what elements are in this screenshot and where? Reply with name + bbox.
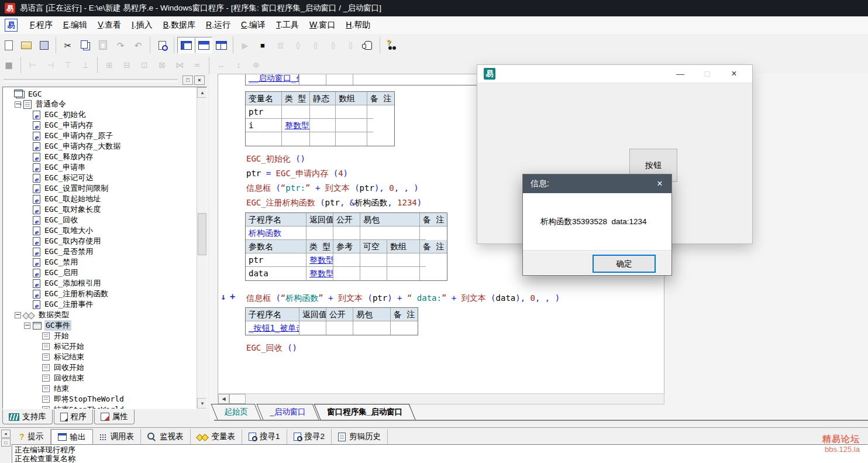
code-line[interactable]: 信息框 (“ptr:” + 到文本 (ptr), 0, , )	[246, 181, 422, 196]
dialog-close-button[interactable]: ×	[648, 179, 671, 189]
tree-item[interactable]: EGC_设置时间限制	[3, 183, 197, 194]
table-cell[interactable]	[333, 227, 360, 240]
tab-output[interactable]: 输出	[51, 429, 93, 444]
menu-item[interactable]: R.运行	[201, 18, 236, 33]
table-cell[interactable]	[420, 267, 426, 280]
table-cell[interactable]	[367, 119, 373, 132]
dock-drag-handle[interactable]	[4, 79, 178, 82]
tree-item[interactable]: EGC_注册事件	[3, 299, 197, 310]
table-cell[interactable]	[326, 321, 353, 335]
table-cell[interactable]: i	[246, 119, 282, 132]
editor-h-scrollbar[interactable]: ◀	[218, 393, 664, 404]
align-top-icon[interactable]: ⊤	[59, 57, 77, 73]
tree-item[interactable]: EGC_回收	[3, 215, 197, 225]
table-cell[interactable]: 整数型	[282, 119, 310, 132]
menu-item[interactable]: B.数据库	[158, 18, 201, 33]
menu-item[interactable]: W.窗口	[304, 18, 340, 33]
tree-item[interactable]: 结束	[3, 383, 197, 394]
table-cell[interactable]: 子程序名	[246, 308, 299, 321]
minimize-button[interactable]: —	[667, 65, 694, 83]
run-to-cursor-icon[interactable]: {}	[342, 37, 359, 53]
tree-item[interactable]: 回收结束	[3, 373, 197, 383]
table-cell[interactable]: 整数型	[306, 253, 333, 267]
compile-output[interactable]: 正在编译现行程序正在检查重复名称	[12, 444, 868, 463]
table-cell[interactable]: 公开	[333, 213, 360, 227]
run-icon[interactable]: ▶	[236, 37, 254, 53]
tree-item[interactable]: 普通命令	[3, 99, 197, 109]
table-cell[interactable]: 公开	[326, 308, 353, 321]
table-cell[interactable]	[360, 267, 387, 280]
table-cell[interactable]: 类 型	[306, 240, 333, 253]
tree-expander[interactable]	[24, 323, 30, 329]
open-file-icon[interactable]	[18, 37, 35, 53]
equal-h-spacing-icon[interactable]: ⋈	[171, 57, 188, 73]
table-cell[interactable]: 备 注	[420, 213, 447, 227]
table-cell[interactable]	[391, 321, 397, 335]
tree-item[interactable]: 开始	[3, 331, 197, 341]
tab-search1[interactable]: 搜寻1	[242, 429, 287, 444]
stop-icon[interactable]: ■	[254, 37, 271, 53]
tab-clip-history[interactable]: 剪辑历史	[332, 429, 388, 444]
save-icon[interactable]	[35, 37, 53, 53]
dialog-titlebar[interactable]: 信息: ×	[523, 174, 671, 193]
tree-item[interactable]: EGC_取内存使用	[3, 236, 197, 246]
table-cell[interactable]	[306, 227, 333, 240]
table-cell[interactable]	[310, 119, 336, 132]
menu-item[interactable]: I.插入	[126, 18, 158, 33]
table-cell[interactable]	[282, 132, 310, 146]
menu-item[interactable]: E.编辑	[58, 18, 92, 33]
menu-item[interactable]: F.程序	[25, 18, 58, 33]
table-cell[interactable]: 数组	[387, 240, 420, 253]
tree-item[interactable]: 回收开始	[3, 362, 197, 373]
tree-item[interactable]: 数据类型	[3, 310, 197, 320]
table-cell[interactable]: 返回值类型	[306, 213, 333, 227]
tree-item[interactable]: EGC_取对象长度	[3, 204, 197, 215]
table-cell[interactable]: ptr	[246, 105, 282, 119]
cut-icon[interactable]: ✂	[59, 37, 77, 53]
menu-item[interactable]: T.工具	[271, 18, 304, 33]
table-cell[interactable]	[336, 105, 367, 119]
table-cell[interactable]	[367, 105, 373, 119]
center-horizontal-icon[interactable]: ⊞	[101, 57, 118, 73]
message-dialog[interactable]: 信息: × 析构函数35393528 data:1234 确定	[522, 174, 672, 276]
align-left-icon[interactable]: ⊢	[24, 57, 42, 73]
tree-item[interactable]: EGC	[3, 88, 197, 99]
same-width-icon[interactable]: ↔	[212, 57, 230, 73]
table-cell[interactable]: data	[246, 267, 306, 280]
table-cell[interactable]	[299, 74, 326, 85]
table-cell[interactable]: __启动窗口_创建完毕	[246, 74, 299, 85]
scroll-up-button[interactable]: ▲	[197, 87, 207, 98]
code-line[interactable]: EGC_初始化 ()	[246, 152, 422, 166]
copy-icon[interactable]	[77, 37, 94, 53]
table-cell[interactable]	[326, 74, 353, 85]
layout-split-icon[interactable]	[212, 37, 230, 53]
tree-item[interactable]: EGC_取堆大小	[3, 225, 197, 236]
table-cell[interactable]: 易包	[353, 308, 391, 321]
editor-tab[interactable]: _启动窗口	[256, 404, 318, 420]
tree-scrollbar[interactable]: ▲ ▼	[197, 87, 206, 409]
redo-icon[interactable]: ↷	[112, 37, 129, 53]
tree-expander[interactable]	[15, 312, 21, 318]
same-height-icon[interactable]: ↕	[230, 57, 247, 73]
table-cell[interactable]	[360, 253, 387, 267]
table-cell[interactable]	[282, 105, 310, 119]
tree-item[interactable]: EGC_申请内存	[3, 120, 197, 131]
tree-item[interactable]: 标记开始	[3, 341, 197, 352]
tree-item[interactable]: EGC_标记可达	[3, 173, 197, 183]
panel-restore-button[interactable]: □	[1, 438, 11, 447]
tree-item[interactable]: EGC_释放内存	[3, 152, 197, 162]
tree-item[interactable]: EGC_添加根引用	[3, 278, 197, 289]
step-out-icon[interactable]: {}	[324, 37, 342, 53]
tab-hints[interactable]: ? 提示	[13, 429, 51, 444]
align-middle-icon[interactable]: ⊠	[153, 57, 171, 73]
tab-properties[interactable]: 属性	[94, 410, 135, 424]
menu-item[interactable]: C.编译	[236, 18, 271, 33]
center-vertical-icon[interactable]: ⊟	[118, 57, 136, 73]
tree-item[interactable]: EGC_启用	[3, 267, 197, 278]
scroll-down-button[interactable]: ▼	[197, 398, 207, 409]
tree-item[interactable]: 即将StopTheWorld	[3, 394, 197, 404]
table-cell[interactable]	[420, 253, 426, 267]
scroll-left-button[interactable]: ◀	[218, 394, 229, 404]
table-cell[interactable]: ptr	[246, 253, 306, 267]
ok-button[interactable]: 确定	[593, 255, 656, 273]
